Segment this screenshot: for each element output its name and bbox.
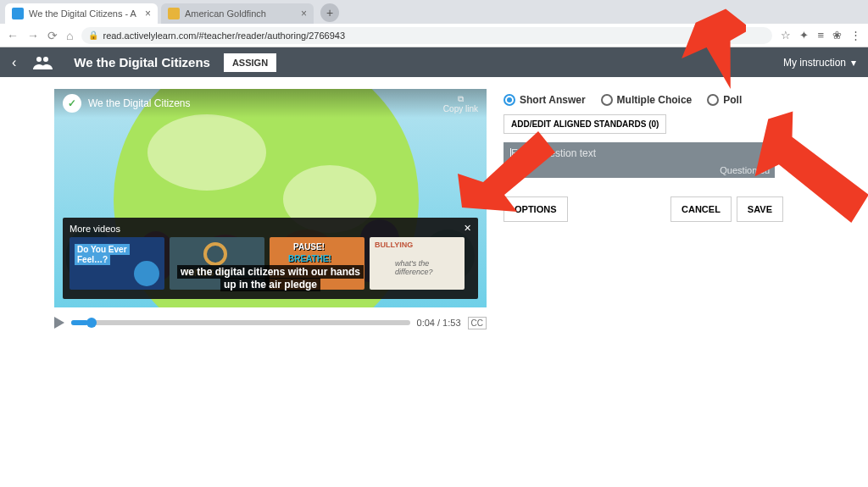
tab-title: American Goldfinch xyxy=(185,8,266,19)
question-support-label: Question su xyxy=(720,165,770,175)
menu-icon[interactable]: ⋮ xyxy=(850,29,861,42)
radio-icon xyxy=(707,94,719,106)
home-icon[interactable]: ⌂ xyxy=(66,29,73,42)
cancel-button[interactable]: CANCEL xyxy=(670,196,732,222)
app-header: ‹ We the Digital Citizens ASSIGN My inst… xyxy=(0,47,868,77)
video-column: ✓ We the Digital Citizens ⧉ Copy link Mo… xyxy=(54,89,487,333)
new-tab-button[interactable]: + xyxy=(320,3,339,22)
video-title: We the Digital Citizens xyxy=(88,97,191,109)
url-text: read.activelylearn.com/#teacher/reader/a… xyxy=(103,30,345,41)
favicon xyxy=(168,8,180,19)
progress-track[interactable] xyxy=(71,320,410,325)
svg-point-0 xyxy=(36,57,42,62)
play-button[interactable] xyxy=(54,317,64,329)
browser-tab-inactive[interactable]: American Goldfinch × xyxy=(161,3,314,24)
radio-icon xyxy=(601,94,613,106)
video-caption: we the digital citizens with our handsup… xyxy=(63,266,478,292)
address-bar[interactable]: 🔒 read.activelylearn.com/#teacher/reader… xyxy=(81,27,772,44)
assign-button[interactable]: ASSIGN xyxy=(224,53,276,72)
youtube-topbar: ✓ We the Digital Citizens ⧉ Copy link xyxy=(54,89,487,118)
standards-button[interactable]: ADD/EDIT ALIGNED STANDARDS (0) xyxy=(504,114,666,134)
chevron-down-icon: ▾ xyxy=(851,57,856,69)
video-controls: 0:04 / 1:53 CC xyxy=(54,313,487,333)
progress-handle[interactable] xyxy=(86,318,97,328)
back-icon[interactable]: ← xyxy=(7,29,19,42)
cc-button[interactable]: CC xyxy=(468,317,487,329)
youtube-logo-icon: ✓ xyxy=(63,94,81,113)
question-text-input[interactable]: Enter question text Question su xyxy=(504,142,775,178)
browser-tabstrip: We the Digital Citizens - A × American G… xyxy=(0,0,868,24)
more-videos-label: More videos xyxy=(70,224,120,234)
close-icon[interactable]: × xyxy=(145,8,151,19)
placeholder: Enter question text xyxy=(511,147,596,159)
question-type-row: Short Answer Multiple Choice Poll xyxy=(504,94,783,106)
browser-toolbar: ← → ⟳ ⌂ 🔒 read.activelylearn.com/#teache… xyxy=(0,24,868,47)
radio-poll[interactable]: Poll xyxy=(707,94,742,106)
back-arrow-icon[interactable]: ‹ xyxy=(12,55,16,70)
tab-title: We the Digital Citizens - A xyxy=(29,8,136,19)
save-button[interactable]: SAVE xyxy=(737,196,783,222)
svg-point-1 xyxy=(43,57,48,62)
favicon xyxy=(12,8,24,19)
my-instruction-dropdown[interactable]: My instruction ▾ xyxy=(783,57,856,69)
extension-icon[interactable]: ≡ xyxy=(817,29,824,42)
radio-multiple-choice[interactable]: Multiple Choice xyxy=(601,94,693,106)
browser-tab-active[interactable]: We the Digital Citizens - A × xyxy=(5,3,158,24)
radio-icon xyxy=(504,94,515,106)
forward-icon[interactable]: → xyxy=(27,29,39,42)
copy-icon: ⧉ xyxy=(458,94,464,104)
more-videos-overlay: More videos ✕ Do You Ever Feel…? RINGS O… xyxy=(63,218,478,299)
reload-icon[interactable]: ⟳ xyxy=(47,29,58,42)
progress-fill xyxy=(71,320,88,325)
video-player[interactable]: ✓ We the Digital Citizens ⧉ Copy link Mo… xyxy=(54,89,487,307)
close-icon[interactable]: × xyxy=(301,8,307,19)
dropdown-label: My instruction xyxy=(783,57,846,69)
lock-icon: 🔒 xyxy=(88,30,98,40)
question-panel: Short Answer Multiple Choice Poll ADD/ED… xyxy=(504,89,783,333)
page-title: We the Digital Citizens xyxy=(74,55,210,69)
video-time: 0:04 / 1:53 xyxy=(417,318,461,328)
star-icon[interactable]: ☆ xyxy=(781,29,791,42)
people-icon[interactable] xyxy=(33,56,53,69)
extension-icon[interactable]: ✦ xyxy=(799,29,809,42)
options-button[interactable]: OPTIONS xyxy=(504,196,568,222)
close-icon[interactable]: ✕ xyxy=(464,223,471,234)
copy-link-button[interactable]: ⧉ Copy link xyxy=(443,94,478,113)
extension-icon[interactable]: ❀ xyxy=(832,29,842,42)
radio-short-answer[interactable]: Short Answer xyxy=(504,94,586,106)
copy-label: Copy link xyxy=(443,104,478,113)
main-content: ✓ We the Digital Citizens ⧉ Copy link Mo… xyxy=(0,77,868,345)
